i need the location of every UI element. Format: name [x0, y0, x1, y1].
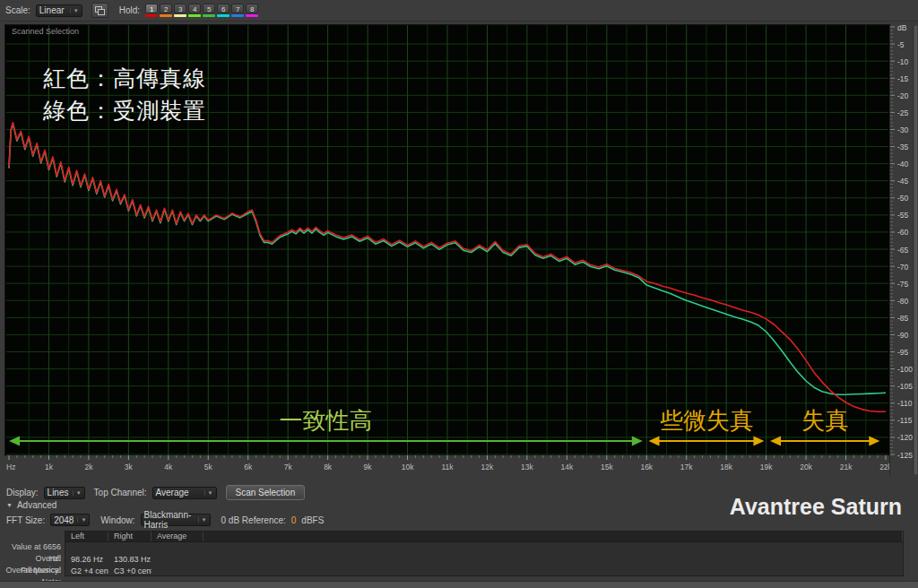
table-cell: [65, 542, 108, 554]
top-channel-value: Average: [156, 488, 189, 497]
db-tick-label: -100: [897, 365, 913, 374]
hold-color-bar: [188, 14, 201, 17]
chevron-down-icon: ▼: [198, 517, 207, 523]
table-cell: [152, 566, 204, 577]
hold-button-3[interactable]: 3: [174, 4, 186, 17]
chevron-down-icon: ▼: [77, 517, 86, 523]
db-tick-label: -15: [897, 74, 909, 83]
table-cell: 130.83 Hz: [108, 554, 152, 566]
db-tick-label: -20: [897, 91, 909, 100]
db-tick-label: -55: [897, 211, 909, 220]
hold-button-number: 4: [188, 4, 201, 13]
db-tick-label: -50: [897, 194, 909, 203]
freq-tick-label: Hz: [6, 463, 15, 471]
hold-button-7[interactable]: 7: [231, 4, 244, 17]
db-tick-label: -125: [897, 451, 913, 460]
db-tick-label: -95: [897, 348, 909, 357]
table-column-header: Right: [108, 532, 152, 541]
freq-tick-label: 5k: [204, 463, 213, 471]
hold-button-4[interactable]: 4: [188, 4, 201, 17]
zone-label-2: 些微失真: [660, 407, 753, 434]
freq-tick-label: 3k: [125, 463, 134, 471]
window-label: Window:: [100, 515, 134, 525]
scanned-selection-label: Scanned Selection: [12, 27, 79, 36]
freq-tick-label: 10k: [402, 463, 414, 471]
freq-tick-label: 15k: [601, 463, 613, 471]
freq-tick-label: 12k: [481, 463, 494, 471]
freq-tick-label: 20k: [800, 463, 812, 471]
hold-button-2[interactable]: 2: [160, 4, 172, 17]
hold-color-bar: [231, 14, 244, 17]
hold-color-bar: [203, 14, 215, 17]
zone-label-1: 一致性高: [279, 407, 372, 434]
freq-tick-label: 8k: [324, 463, 333, 471]
db-tick-label: -40: [897, 160, 909, 169]
scan-selection-button[interactable]: Scan Selection: [226, 485, 306, 500]
db-tick-label: -75: [897, 280, 909, 289]
freq-tick-label: 17k: [680, 463, 693, 471]
db-tick-label: -65: [897, 246, 909, 255]
table-cell: [152, 542, 204, 554]
table-cell: [204, 566, 903, 577]
freq-tick-label: 7k: [284, 463, 293, 471]
db-tick-label: -25: [897, 108, 909, 117]
db-tick-label: -85: [897, 314, 909, 323]
frequency-analysis-window: Scale: Linear ▼ Hold: 12345678 一致性高些微失真失…: [0, 0, 918, 588]
results-table: LeftRightAverage98.26 Hz130.83 HzG2 +4 c…: [65, 531, 904, 576]
table-column-header: Average: [152, 532, 204, 541]
db-tick-label: -110: [897, 399, 913, 408]
db-tick-label: -120: [897, 433, 913, 442]
table-row-label: Overall Frequency:: [0, 553, 61, 565]
table-row-label: Value at 6656 Hz:: [0, 541, 61, 553]
hold-color-bar: [174, 14, 186, 17]
freq-tick-label: 21k: [840, 463, 853, 471]
display-dropdown[interactable]: Lines ▼: [44, 487, 85, 499]
hold-button-number: 6: [217, 4, 230, 13]
fft-size-dropdown[interactable]: 2048 ▼: [50, 514, 90, 526]
hold-button-8[interactable]: 8: [246, 4, 258, 17]
db-reference-value: 0: [291, 515, 297, 525]
db-tick-label: -5: [897, 40, 905, 49]
hold-button-number: 3: [174, 4, 186, 13]
freq-tick-label: 13k: [521, 463, 533, 471]
hold-button-number: 7: [231, 4, 244, 13]
scale-dropdown[interactable]: Linear ▼: [36, 4, 82, 17]
fft-size-value: 2048: [54, 515, 74, 525]
hold-color-bar: [160, 14, 172, 17]
fft-controls-row: FFT Size: 2048 ▼ Window: Blackmann-Harri…: [6, 514, 324, 526]
freq-tick-label: 2k: [84, 463, 93, 471]
db-tick-label: -70: [897, 263, 909, 272]
hold-button-5[interactable]: 5: [203, 4, 215, 17]
freq-tick-label: 9k: [364, 463, 373, 471]
zone-label-3: 失真: [801, 407, 848, 434]
watermark-text: Avantree Saturn: [681, 494, 902, 520]
hold-button-6[interactable]: 6: [217, 4, 230, 17]
window-dropdown[interactable]: Blackmann-Harris ▼: [141, 514, 211, 526]
top-channel-dropdown[interactable]: Average ▼: [152, 487, 217, 499]
table-column-header: [204, 532, 903, 541]
hold-button-number: 2: [160, 4, 172, 13]
vertical-scrollbar[interactable]: [914, 25, 918, 475]
spectrum-plot[interactable]: 一致性高些微失真失真Scanned Selection紅色：高傳真線綠色：受測裝…: [5, 25, 889, 455]
advanced-disclosure[interactable]: ▼ Advanced: [6, 500, 56, 510]
freq-tick-label: 1k: [45, 463, 54, 471]
db-tick-label: -60: [897, 228, 909, 237]
hold-color-bar: [145, 14, 158, 17]
table-row: 98.26 Hz130.83 Hz: [65, 554, 903, 566]
hold-button-1[interactable]: 1: [145, 4, 158, 17]
freq-tick-label: 22k: [879, 463, 889, 471]
table-row: [65, 542, 903, 554]
fft-size-label: FFT Size:: [6, 515, 45, 525]
overlay-frames-icon-button[interactable]: [91, 3, 108, 18]
db-reference-label: 0 dB Reference:: [221, 515, 286, 525]
table-cell: C3 +0 cents: [108, 566, 152, 577]
db-tick-label: -30: [897, 125, 909, 134]
table-row-label: Overall Musical Note:: [0, 565, 61, 576]
db-tick-label: -10: [897, 57, 909, 66]
table-cell: 98.26 Hz: [65, 554, 108, 566]
db-tick-label: -45: [897, 177, 909, 186]
scale-value: Linear: [39, 5, 65, 15]
table-cell: [152, 554, 204, 566]
display-label: Display:: [6, 488, 39, 497]
db-tick-label: -105: [897, 382, 913, 391]
